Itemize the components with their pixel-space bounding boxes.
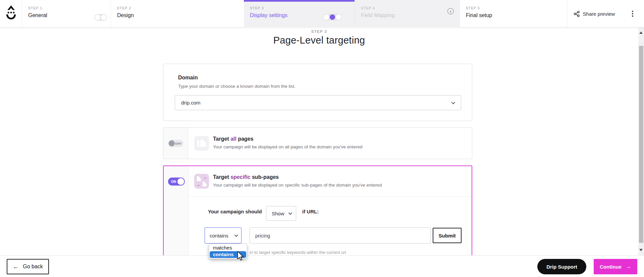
share-preview-label: Share preview [583,11,615,17]
mouse-cursor [237,251,244,261]
specific-pages-toggle[interactable]: ON [168,178,185,186]
specific-subpages-title: Target specific sub-pages [213,174,279,180]
main-content: STEP 3 Page-Level targeting Domain Type … [0,27,638,255]
info-icon[interactable]: i [447,8,454,14]
toggle-state-label: ON [171,180,176,184]
page-title: Page-Level targeting [0,35,638,46]
arrow-left-icon: ← [13,264,19,270]
toggle-knob [177,178,184,185]
rule-label: Your campaign should [208,209,262,214]
kebab-menu-icon[interactable] [621,0,644,27]
all-pages-toggle[interactable]: OFF [168,140,183,147]
chevron-down-icon [451,100,455,104]
show-select-value: Show [272,211,284,216]
toggle-knob [169,140,175,146]
if-url-label: if URL: [302,209,319,214]
tab-step5-final-setup[interactable]: STEP 5 Final setup [460,0,567,27]
specific-subpages-icon: ← → [194,174,209,189]
drip-logo[interactable] [0,0,22,27]
drip-support-button[interactable]: Drip Support [537,259,586,274]
all-pages-title-highlight: all [230,136,236,142]
all-pages-description: Your campaign will be displayed on all p… [213,144,363,149]
scroll-down-arrow-icon[interactable] [639,249,643,251]
scrollbar-thumb[interactable] [639,46,643,243]
arrow-right-icon: → [626,263,631,270]
tab-step2-design[interactable]: STEP 2 Design [111,0,244,27]
condition-select-value: contains [210,233,228,238]
all-pages-icon [194,136,209,151]
show-hide-select[interactable]: Show [266,206,296,221]
domain-select[interactable]: drip.com [175,95,461,110]
footer-bar: ← Go back Drip Support Continue → [0,255,644,277]
domain-select-value: drip.com [181,100,201,106]
domain-card-description: Type your domain or choose a known domai… [178,84,461,89]
url-helper-text: in to target specific keywords within th… [250,250,346,255]
submit-button[interactable]: Submit [433,228,462,243]
tab-step4-field-mapping[interactable]: STEP 4 Field Mapping [355,0,460,27]
url-condition-select[interactable]: contains [205,227,241,244]
page-step-eyebrow: STEP 3 [0,29,638,33]
domain-card-title: Domain [178,75,461,81]
all-pages-title: Target all pages [213,136,254,142]
target-all-pages-card: OFF Target all pages Your campaign will … [163,127,472,159]
step3-progress-dots [323,14,342,20]
chevron-down-icon [234,233,238,237]
go-back-label: Go back [23,264,43,270]
go-back-button[interactable]: ← Go back [7,259,49,274]
domain-card: Domain Type your domain or choose a know… [163,64,472,121]
tab-step1-general[interactable]: STEP 1 General [22,0,111,27]
share-icon [574,11,580,17]
chevron-down-icon [288,211,292,215]
campaign-builder-window: STEP 3 Page-Level targeting Domain Type … [0,0,644,277]
dropdown-option-matches[interactable]: matches [210,245,246,251]
continue-label: Continue [600,264,622,270]
all-pages-toggle-column: OFF [163,128,188,159]
scroll-up-arrow-icon[interactable] [639,31,643,34]
card-divider [189,196,472,197]
specific-subpages-title-highlight: specific [230,174,251,180]
continue-button[interactable]: Continue → [594,259,637,274]
step1-progress-dots [94,14,107,21]
vertical-scrollbar[interactable] [638,27,644,255]
wizard-header: STEP 1 General STEP 2 Design STEP 3 Disp… [0,0,644,27]
share-preview-button[interactable]: Share preview [567,0,621,27]
specific-subpages-description: Your campaign will be displayed on speci… [213,183,382,188]
toggle-state-label: OFF [175,142,181,145]
url-keyword-input[interactable] [250,227,431,244]
